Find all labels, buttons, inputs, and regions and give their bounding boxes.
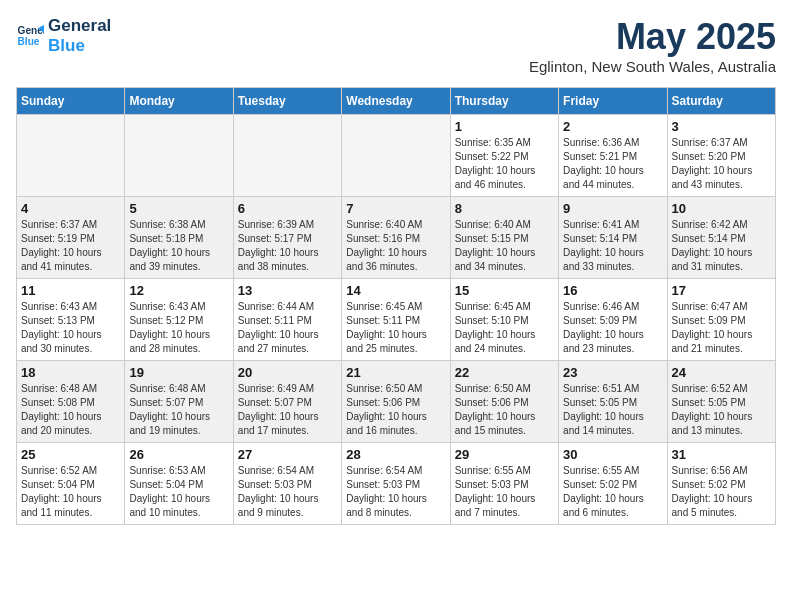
calendar-cell (17, 115, 125, 197)
day-number: 13 (238, 283, 337, 298)
logo-icon: General Blue (16, 22, 44, 50)
page-header: General Blue General Blue May 2025 Eglin… (16, 16, 776, 75)
day-number: 17 (672, 283, 771, 298)
day-number: 15 (455, 283, 554, 298)
day-info: Sunrise: 6:55 AM Sunset: 5:02 PM Dayligh… (563, 464, 662, 520)
svg-text:General: General (18, 26, 44, 37)
weekday-header-wednesday: Wednesday (342, 88, 450, 115)
day-number: 31 (672, 447, 771, 462)
day-number: 5 (129, 201, 228, 216)
calendar-cell (125, 115, 233, 197)
day-number: 8 (455, 201, 554, 216)
logo-text-blue: Blue (48, 36, 111, 56)
weekday-header-row: SundayMondayTuesdayWednesdayThursdayFrid… (17, 88, 776, 115)
calendar-cell (233, 115, 341, 197)
weekday-header-sunday: Sunday (17, 88, 125, 115)
day-number: 12 (129, 283, 228, 298)
location-subtitle: Eglinton, New South Wales, Australia (529, 58, 776, 75)
day-number: 1 (455, 119, 554, 134)
day-number: 22 (455, 365, 554, 380)
week-row-2: 4Sunrise: 6:37 AM Sunset: 5:19 PM Daylig… (17, 197, 776, 279)
calendar-cell: 12Sunrise: 6:43 AM Sunset: 5:12 PM Dayli… (125, 279, 233, 361)
calendar-cell (342, 115, 450, 197)
day-info: Sunrise: 6:47 AM Sunset: 5:09 PM Dayligh… (672, 300, 771, 356)
day-info: Sunrise: 6:48 AM Sunset: 5:08 PM Dayligh… (21, 382, 120, 438)
day-info: Sunrise: 6:40 AM Sunset: 5:15 PM Dayligh… (455, 218, 554, 274)
week-row-5: 25Sunrise: 6:52 AM Sunset: 5:04 PM Dayli… (17, 443, 776, 525)
calendar-cell: 22Sunrise: 6:50 AM Sunset: 5:06 PM Dayli… (450, 361, 558, 443)
day-number: 30 (563, 447, 662, 462)
calendar-cell: 4Sunrise: 6:37 AM Sunset: 5:19 PM Daylig… (17, 197, 125, 279)
weekday-header-thursday: Thursday (450, 88, 558, 115)
day-info: Sunrise: 6:37 AM Sunset: 5:19 PM Dayligh… (21, 218, 120, 274)
calendar-cell: 19Sunrise: 6:48 AM Sunset: 5:07 PM Dayli… (125, 361, 233, 443)
day-info: Sunrise: 6:43 AM Sunset: 5:12 PM Dayligh… (129, 300, 228, 356)
day-info: Sunrise: 6:51 AM Sunset: 5:05 PM Dayligh… (563, 382, 662, 438)
calendar-cell: 30Sunrise: 6:55 AM Sunset: 5:02 PM Dayli… (559, 443, 667, 525)
calendar-cell: 6Sunrise: 6:39 AM Sunset: 5:17 PM Daylig… (233, 197, 341, 279)
day-info: Sunrise: 6:52 AM Sunset: 5:04 PM Dayligh… (21, 464, 120, 520)
weekday-header-tuesday: Tuesday (233, 88, 341, 115)
calendar-cell: 25Sunrise: 6:52 AM Sunset: 5:04 PM Dayli… (17, 443, 125, 525)
calendar-cell: 28Sunrise: 6:54 AM Sunset: 5:03 PM Dayli… (342, 443, 450, 525)
calendar-cell: 26Sunrise: 6:53 AM Sunset: 5:04 PM Dayli… (125, 443, 233, 525)
calendar-cell: 15Sunrise: 6:45 AM Sunset: 5:10 PM Dayli… (450, 279, 558, 361)
day-info: Sunrise: 6:40 AM Sunset: 5:16 PM Dayligh… (346, 218, 445, 274)
calendar-cell: 27Sunrise: 6:54 AM Sunset: 5:03 PM Dayli… (233, 443, 341, 525)
day-info: Sunrise: 6:54 AM Sunset: 5:03 PM Dayligh… (238, 464, 337, 520)
week-row-4: 18Sunrise: 6:48 AM Sunset: 5:08 PM Dayli… (17, 361, 776, 443)
calendar-cell: 24Sunrise: 6:52 AM Sunset: 5:05 PM Dayli… (667, 361, 775, 443)
day-number: 24 (672, 365, 771, 380)
calendar-cell: 29Sunrise: 6:55 AM Sunset: 5:03 PM Dayli… (450, 443, 558, 525)
day-info: Sunrise: 6:43 AM Sunset: 5:13 PM Dayligh… (21, 300, 120, 356)
month-title: May 2025 (529, 16, 776, 58)
day-number: 3 (672, 119, 771, 134)
calendar-cell: 23Sunrise: 6:51 AM Sunset: 5:05 PM Dayli… (559, 361, 667, 443)
calendar-cell: 10Sunrise: 6:42 AM Sunset: 5:14 PM Dayli… (667, 197, 775, 279)
day-info: Sunrise: 6:37 AM Sunset: 5:20 PM Dayligh… (672, 136, 771, 192)
day-info: Sunrise: 6:49 AM Sunset: 5:07 PM Dayligh… (238, 382, 337, 438)
day-number: 2 (563, 119, 662, 134)
day-info: Sunrise: 6:44 AM Sunset: 5:11 PM Dayligh… (238, 300, 337, 356)
day-info: Sunrise: 6:54 AM Sunset: 5:03 PM Dayligh… (346, 464, 445, 520)
day-number: 7 (346, 201, 445, 216)
day-number: 27 (238, 447, 337, 462)
day-info: Sunrise: 6:35 AM Sunset: 5:22 PM Dayligh… (455, 136, 554, 192)
day-info: Sunrise: 6:41 AM Sunset: 5:14 PM Dayligh… (563, 218, 662, 274)
weekday-header-monday: Monday (125, 88, 233, 115)
weekday-header-saturday: Saturday (667, 88, 775, 115)
day-number: 21 (346, 365, 445, 380)
day-number: 29 (455, 447, 554, 462)
calendar-cell: 8Sunrise: 6:40 AM Sunset: 5:15 PM Daylig… (450, 197, 558, 279)
day-info: Sunrise: 6:46 AM Sunset: 5:09 PM Dayligh… (563, 300, 662, 356)
week-row-1: 1Sunrise: 6:35 AM Sunset: 5:22 PM Daylig… (17, 115, 776, 197)
week-row-3: 11Sunrise: 6:43 AM Sunset: 5:13 PM Dayli… (17, 279, 776, 361)
logo: General Blue General Blue (16, 16, 111, 57)
day-number: 10 (672, 201, 771, 216)
day-info: Sunrise: 6:56 AM Sunset: 5:02 PM Dayligh… (672, 464, 771, 520)
day-number: 9 (563, 201, 662, 216)
calendar-table: SundayMondayTuesdayWednesdayThursdayFrid… (16, 87, 776, 525)
calendar-cell: 2Sunrise: 6:36 AM Sunset: 5:21 PM Daylig… (559, 115, 667, 197)
day-number: 4 (21, 201, 120, 216)
day-info: Sunrise: 6:39 AM Sunset: 5:17 PM Dayligh… (238, 218, 337, 274)
calendar-cell: 13Sunrise: 6:44 AM Sunset: 5:11 PM Dayli… (233, 279, 341, 361)
day-number: 14 (346, 283, 445, 298)
weekday-header-friday: Friday (559, 88, 667, 115)
day-info: Sunrise: 6:36 AM Sunset: 5:21 PM Dayligh… (563, 136, 662, 192)
calendar-cell: 9Sunrise: 6:41 AM Sunset: 5:14 PM Daylig… (559, 197, 667, 279)
day-info: Sunrise: 6:55 AM Sunset: 5:03 PM Dayligh… (455, 464, 554, 520)
calendar-cell: 20Sunrise: 6:49 AM Sunset: 5:07 PM Dayli… (233, 361, 341, 443)
day-info: Sunrise: 6:45 AM Sunset: 5:11 PM Dayligh… (346, 300, 445, 356)
day-info: Sunrise: 6:45 AM Sunset: 5:10 PM Dayligh… (455, 300, 554, 356)
day-number: 23 (563, 365, 662, 380)
calendar-cell: 11Sunrise: 6:43 AM Sunset: 5:13 PM Dayli… (17, 279, 125, 361)
day-number: 11 (21, 283, 120, 298)
day-info: Sunrise: 6:48 AM Sunset: 5:07 PM Dayligh… (129, 382, 228, 438)
day-number: 16 (563, 283, 662, 298)
calendar-cell: 7Sunrise: 6:40 AM Sunset: 5:16 PM Daylig… (342, 197, 450, 279)
day-info: Sunrise: 6:50 AM Sunset: 5:06 PM Dayligh… (346, 382, 445, 438)
day-info: Sunrise: 6:52 AM Sunset: 5:05 PM Dayligh… (672, 382, 771, 438)
day-number: 20 (238, 365, 337, 380)
day-info: Sunrise: 6:53 AM Sunset: 5:04 PM Dayligh… (129, 464, 228, 520)
